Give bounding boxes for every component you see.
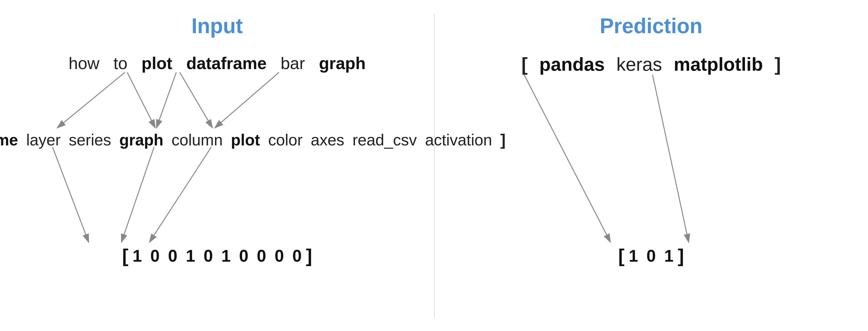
- pred-matplotlib: matplotlib: [674, 54, 763, 75]
- vocab-plot: plot: [231, 131, 260, 149]
- input-query-words: how to plot dataframe bar graph: [19, 54, 415, 73]
- vec-3: 1: [186, 246, 195, 265]
- output-bracket-close: ]: [306, 245, 312, 267]
- input-vocab-words: [ dataframe layer series graph column pl…: [5, 131, 430, 149]
- vocab-column: column: [172, 131, 223, 149]
- svg-line-4: [180, 72, 212, 128]
- svg-line-2: [127, 72, 155, 128]
- vocab-read-csv: read_csv: [352, 131, 417, 149]
- pred-bracket-close: ]: [775, 54, 781, 75]
- pred-output-bracket-open: [: [618, 245, 624, 267]
- input-title: Input: [191, 14, 243, 37]
- word-plot: plot: [142, 54, 172, 73]
- svg-line-11: [653, 75, 689, 242]
- svg-line-10: [524, 75, 611, 242]
- input-arrows-svg: [0, 0, 434, 331]
- vocab-graph: graph: [119, 131, 163, 149]
- prediction-output-vector: [ 1 0 1 ]: [453, 245, 849, 267]
- word-bar: bar: [281, 54, 305, 73]
- vocab-series: series: [69, 131, 111, 149]
- prediction-arrows-svg: [434, 0, 868, 331]
- svg-line-6: [53, 147, 89, 242]
- prediction-title: Prediction: [600, 14, 703, 37]
- vec-0: 1: [133, 246, 142, 265]
- input-section: Input how to plot dataframe bar graph [ …: [0, 0, 434, 331]
- pred-bracket-open: [: [521, 54, 528, 75]
- word-graph: graph: [319, 54, 366, 73]
- vec-1: 0: [150, 246, 160, 265]
- word-how: how: [69, 54, 99, 73]
- pred-pandas: pandas: [539, 54, 604, 75]
- svg-line-8: [149, 147, 211, 242]
- input-title-row: Input: [0, 14, 434, 38]
- svg-line-5: [215, 72, 279, 128]
- divider: [434, 14, 435, 318]
- vocab-dataframe: dataframe: [0, 131, 18, 149]
- vec-6: 0: [239, 246, 248, 265]
- vec-8: 0: [275, 246, 284, 265]
- vocab-axes: axes: [311, 131, 344, 149]
- prediction-title-row: Prediction: [434, 14, 868, 38]
- prediction-words: [ pandas keras matplotlib ]: [453, 54, 849, 75]
- word-dataframe: dataframe: [186, 54, 267, 73]
- vocab-layer: layer: [26, 131, 60, 149]
- svg-line-1: [57, 72, 125, 128]
- pred-vec-0: 1: [629, 246, 638, 265]
- svg-line-7: [121, 147, 154, 242]
- word-to: to: [114, 54, 127, 73]
- vec-9: 0: [292, 246, 302, 265]
- pred-output-bracket-close: ]: [678, 245, 684, 267]
- prediction-section: Prediction [ pandas keras matplotlib ] […: [434, 0, 868, 331]
- svg-line-3: [156, 72, 176, 128]
- pred-keras: keras: [616, 54, 662, 75]
- input-output-vector: [ 1 0 0 1 0 1 0 0 0 0 ]: [19, 245, 415, 267]
- vec-2: 0: [168, 246, 178, 265]
- pred-vec-1: 0: [646, 246, 656, 265]
- vec-4: 0: [204, 246, 213, 265]
- output-bracket-open: [: [122, 245, 128, 267]
- pred-vec-2: 1: [664, 246, 674, 265]
- vocab-color: color: [268, 131, 303, 149]
- vec-7: 0: [257, 246, 266, 265]
- vec-5: 1: [221, 246, 231, 265]
